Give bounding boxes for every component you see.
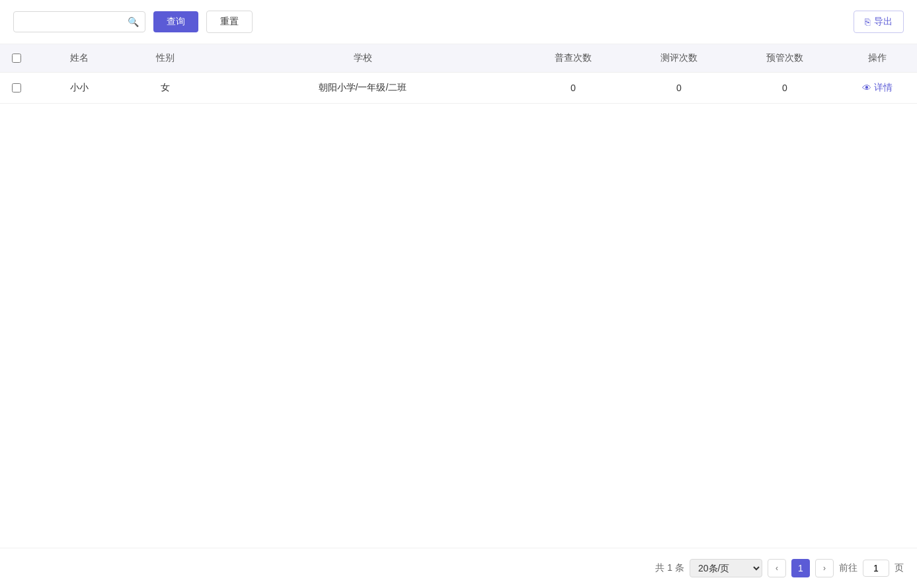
row-general-count: 0: [520, 73, 626, 104]
table-header-row: 姓名 性别 学校 普查次数 测评次数 预管次数 操作: [0, 44, 917, 73]
row-eval-count: 0: [626, 73, 732, 104]
header-gender: 性别: [126, 44, 205, 73]
header-action: 操作: [838, 44, 917, 73]
row-checkbox[interactable]: [12, 83, 21, 92]
header-predict-count: 预管次数: [732, 44, 838, 73]
header-general-count: 普查次数: [520, 44, 626, 73]
header-school: 学校: [205, 44, 520, 73]
current-page-button[interactable]: 1: [791, 559, 810, 577]
query-button[interactable]: 查询: [153, 11, 198, 32]
header-checkbox-cell: [0, 44, 33, 73]
pagination-bar: 共 1 条 10条/页20条/页50条/页100条/页 ‹ 1 › 前往 页: [0, 548, 917, 588]
eye-icon: 👁: [862, 83, 871, 93]
row-gender: 女: [126, 73, 205, 104]
table-body: 小小 女 朝阳小学/一年级/二班 0 0 0 👁 详情: [0, 73, 917, 104]
export-label: 导出: [874, 16, 893, 28]
select-all-checkbox[interactable]: [12, 54, 21, 63]
page-unit-label: 页: [895, 562, 904, 574]
search-icon: 🔍: [128, 17, 139, 27]
detail-label: 详情: [874, 82, 893, 94]
header-name: 姓名: [33, 44, 126, 73]
table-row: 小小 女 朝阳小学/一年级/二班 0 0 0 👁 详情: [0, 73, 917, 104]
prev-page-button[interactable]: ‹: [768, 559, 786, 577]
toolbar: 小小 🔍 查询 重置 ⎘ 导出: [0, 0, 917, 44]
reset-button[interactable]: 重置: [206, 11, 253, 33]
page-size-select[interactable]: 10条/页20条/页50条/页100条/页: [690, 559, 762, 577]
header-eval-count: 测评次数: [626, 44, 732, 73]
row-checkbox-cell: [0, 73, 33, 104]
detail-link[interactable]: 👁 详情: [862, 82, 893, 94]
search-input-wrapper: 小小 🔍: [13, 11, 145, 32]
next-page-button[interactable]: ›: [815, 559, 834, 577]
data-table: 姓名 性别 学校 普查次数 测评次数 预管次数 操作 小小 女 朝阳小学/一年级…: [0, 44, 917, 104]
row-name: 小小: [33, 73, 126, 104]
search-input[interactable]: 小小: [13, 11, 145, 32]
row-predict-count: 0: [732, 73, 838, 104]
row-school: 朝阳小学/一年级/二班: [205, 73, 520, 104]
total-label: 共 1 条: [655, 562, 684, 574]
export-button[interactable]: ⎘ 导出: [854, 11, 904, 33]
table-container: 姓名 性别 学校 普查次数 测评次数 预管次数 操作 小小 女 朝阳小学/一年级…: [0, 44, 917, 548]
goto-label: 前往: [839, 562, 857, 574]
row-action-cell: 👁 详情: [838, 73, 917, 104]
goto-input[interactable]: [863, 560, 889, 577]
export-icon: ⎘: [865, 17, 870, 27]
